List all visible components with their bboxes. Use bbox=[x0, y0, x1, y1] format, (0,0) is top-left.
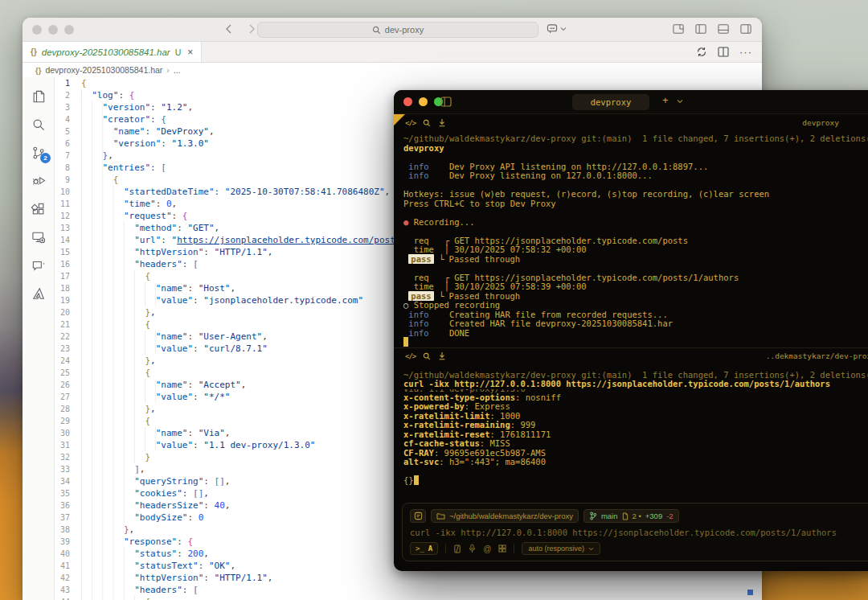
tab-git-status: U bbox=[175, 47, 182, 57]
export-icon[interactable] bbox=[438, 351, 446, 360]
editor-actions: ··· bbox=[696, 42, 762, 62]
bookmark-icon[interactable] bbox=[410, 509, 426, 523]
command-center-search[interactable]: dev-proxy bbox=[257, 22, 538, 38]
toggle-panel-icon[interactable] bbox=[718, 23, 730, 35]
line-number: 25 bbox=[55, 367, 81, 379]
window-controls bbox=[403, 97, 443, 106]
tab-devproxy-har[interactable]: {} devproxy-20251030085841.har U × bbox=[23, 42, 202, 62]
line-number: 28 bbox=[55, 403, 81, 415]
terminal-row: info DONE bbox=[403, 329, 868, 339]
terminal-output: ~/github/waldekmastykarz/dev-proxy git:(… bbox=[394, 364, 868, 486]
terminal-row: ● Recording... bbox=[403, 218, 868, 228]
line-number: 39 bbox=[55, 536, 81, 548]
breadcrumb-more[interactable]: ... bbox=[174, 65, 181, 75]
git-deletions: -2 bbox=[666, 512, 673, 520]
pane1-header: </> devproxy bbox=[394, 114, 868, 131]
desktop: dev-proxy bbox=[0, 0, 868, 600]
cwd-path: ~/github/waldekmastykarz/dev-proxy bbox=[449, 512, 573, 520]
open-changes-icon[interactable] bbox=[696, 47, 707, 57]
forward-icon[interactable] bbox=[246, 23, 257, 35]
line-number: 42 bbox=[55, 572, 81, 584]
chat-icon[interactable] bbox=[23, 251, 55, 279]
terminal-row: info Created HAR file devproxy-202510300… bbox=[403, 319, 868, 329]
line-number: 37 bbox=[55, 512, 81, 524]
terminal-tab[interactable]: devproxy bbox=[572, 94, 649, 110]
ai-icon: A bbox=[428, 545, 432, 553]
mic-icon[interactable] bbox=[469, 544, 476, 553]
line-number: 14 bbox=[55, 234, 81, 246]
layout-controls bbox=[673, 23, 752, 35]
mention-icon[interactable]: @ bbox=[483, 545, 491, 553]
azure-icon[interactable] bbox=[23, 279, 55, 307]
tab-label: devproxy-20251030085841.har bbox=[42, 47, 170, 57]
json-file-icon: {} bbox=[35, 66, 41, 75]
line-number: 8 bbox=[55, 162, 81, 174]
notebook-icon[interactable] bbox=[453, 545, 461, 553]
line-number: 35 bbox=[55, 487, 81, 499]
line-number: 38 bbox=[55, 524, 81, 536]
shell-ai-toggle[interactable]: >_ A bbox=[410, 542, 438, 555]
sidebar-toggle-icon[interactable] bbox=[440, 97, 452, 107]
line-number: 24 bbox=[55, 355, 81, 367]
git-status-chip[interactable]: main 2 • +309 -2 bbox=[583, 509, 679, 523]
breadcrumb-separator: › bbox=[166, 65, 170, 75]
cwd-chip[interactable]: ~/github/waldekmastykarz/dev-proxy bbox=[431, 509, 579, 523]
minimize-window-button[interactable] bbox=[419, 97, 428, 106]
split-editor-icon[interactable] bbox=[718, 47, 729, 57]
extensions-icon[interactable] bbox=[23, 195, 55, 223]
search-icon[interactable] bbox=[423, 119, 431, 127]
code-block-icon[interactable]: </> bbox=[405, 119, 416, 127]
explorer-icon[interactable] bbox=[23, 82, 55, 110]
line-number: 15 bbox=[55, 246, 81, 258]
copilot-icon bbox=[547, 23, 558, 34]
close-window-button[interactable] bbox=[32, 25, 42, 35]
json-file-icon: {} bbox=[31, 47, 37, 56]
line-number: 4 bbox=[55, 113, 81, 125]
customize-layout-icon[interactable] bbox=[673, 23, 685, 35]
line-number: 41 bbox=[55, 560, 81, 572]
window-controls bbox=[32, 25, 74, 35]
line-number: 29 bbox=[55, 415, 81, 427]
line-number: 31 bbox=[55, 439, 81, 451]
minimize-window-button[interactable] bbox=[48, 25, 58, 35]
search-icon bbox=[372, 26, 381, 35]
pane1-title: devproxy bbox=[802, 118, 868, 127]
line-number: 44 bbox=[55, 596, 81, 600]
code-block-icon[interactable]: </> bbox=[405, 352, 416, 360]
search-icon[interactable] bbox=[23, 110, 55, 138]
run-debug-icon[interactable] bbox=[23, 166, 55, 195]
blue-marker bbox=[747, 590, 753, 595]
breadcrumb[interactable]: {} devproxy-20251030085841.har › ... bbox=[23, 63, 762, 77]
toggle-sidebar-icon[interactable] bbox=[695, 23, 707, 35]
chevron-down-icon[interactable] bbox=[677, 99, 683, 104]
search-icon[interactable] bbox=[423, 352, 431, 360]
command-input[interactable]: curl -ikx http://127.0.0.1:8000 https://… bbox=[410, 528, 868, 537]
command-input-block[interactable]: ~/github/waldekmastykarz/dev-proxy main … bbox=[402, 503, 868, 561]
line-number: 17 bbox=[55, 270, 81, 282]
tab-close-icon[interactable]: × bbox=[187, 47, 193, 58]
maximize-window-button[interactable] bbox=[64, 25, 74, 35]
mode-label: auto (responsive) bbox=[528, 545, 584, 553]
back-icon[interactable] bbox=[223, 23, 235, 35]
line-number: 22 bbox=[55, 331, 81, 343]
pane2-title: ..dekmastykarz/dev-proxy bbox=[766, 351, 868, 360]
remote-explorer-icon[interactable] bbox=[23, 223, 55, 251]
context-chips: ~/github/waldekmastykarz/dev-proxy main … bbox=[410, 509, 868, 523]
terminal-titlebar: devproxy + bbox=[394, 90, 868, 114]
toggle-secondary-sidebar-icon[interactable] bbox=[740, 23, 752, 35]
line-number: 3 bbox=[55, 101, 81, 113]
close-window-button[interactable] bbox=[403, 97, 412, 106]
mode-selector[interactable]: auto (responsive) bbox=[522, 542, 600, 555]
export-icon[interactable] bbox=[438, 118, 446, 127]
blocks-icon[interactable] bbox=[498, 545, 506, 553]
source-control-icon[interactable]: 2 bbox=[23, 138, 55, 166]
copilot-menu[interactable] bbox=[547, 23, 567, 34]
new-tab-icon[interactable]: + bbox=[662, 94, 669, 106]
line-number: 1 bbox=[55, 77, 81, 89]
block-bookmark-icon bbox=[394, 114, 405, 125]
line-number: 26 bbox=[55, 379, 81, 391]
line-number: 27 bbox=[55, 391, 81, 403]
line-number: 43 bbox=[55, 584, 81, 596]
breadcrumb-file[interactable]: devproxy-20251030085841.har bbox=[45, 65, 162, 75]
more-actions-icon[interactable]: ··· bbox=[739, 46, 752, 58]
